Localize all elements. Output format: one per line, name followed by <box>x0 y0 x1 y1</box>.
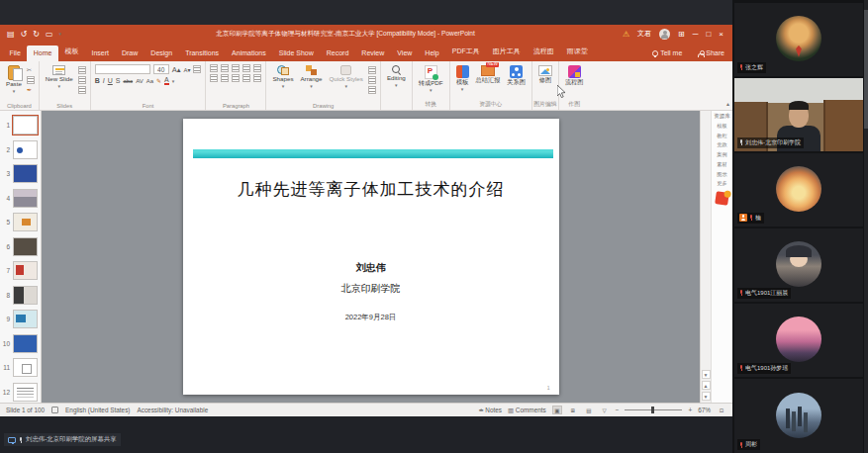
resource-item[interactable]: 更多 <box>717 180 726 186</box>
spellcheck-icon[interactable] <box>51 407 58 413</box>
slide-1[interactable]: 几种先进等离子体加工技术的介绍 刘忠伟 北京印刷学院 2022年9月28日 1 <box>183 119 559 395</box>
tell-me[interactable]: Tell me <box>644 45 690 61</box>
quick-styles-button[interactable]: Quick Styles ▾ <box>328 64 365 100</box>
slide-thumbnail-9[interactable] <box>13 310 38 328</box>
collapse-ribbon-icon[interactable]: ▴ <box>726 100 729 107</box>
tab-insert[interactable]: Insert <box>85 45 116 61</box>
decrease-indent-icon[interactable] <box>232 64 240 72</box>
font-color-button[interactable]: A <box>164 76 169 85</box>
canvas-scrollbar[interactable]: ▼ ▲ ▼ <box>700 111 711 403</box>
slide-thumbnail-5[interactable] <box>13 213 38 231</box>
fit-to-window-icon[interactable]: ⊡ <box>717 406 726 414</box>
resource-item[interactable]: 素材 <box>717 161 726 167</box>
participant-tile[interactable]: 刘忠伟-北京印刷学院 <box>734 78 863 151</box>
slide-author[interactable]: 刘忠伟 <box>183 261 559 275</box>
resource-item[interactable]: 党政 <box>717 141 726 147</box>
tab-pdf-tools[interactable]: PDF工具 <box>445 43 486 61</box>
retouch-button[interactable]: 修图 <box>536 64 554 100</box>
reset-icon[interactable] <box>78 76 86 84</box>
resource-item[interactable]: 教程 <box>717 133 726 138</box>
next-slide-icon[interactable]: ▼ <box>702 392 711 401</box>
slide-canvas[interactable]: 几种先进等离子体加工技术的介绍 刘忠伟 北京印刷学院 2022年9月28日 1 <box>42 111 700 403</box>
zoom-level[interactable]: 67% <box>698 407 711 413</box>
thumbnail-row[interactable]: 6 <box>1 237 41 256</box>
copy-icon[interactable] <box>27 76 35 84</box>
slide-sorter-icon[interactable]: ⊞ <box>568 406 578 414</box>
shrink-font-icon[interactable]: A▾ <box>183 66 190 73</box>
sidebar-scrollbar[interactable] <box>864 0 868 453</box>
template-button[interactable]: 模板 ▾ <box>454 64 471 100</box>
share-button[interactable]: Share <box>690 45 732 61</box>
report-button[interactable]: NEW 总结汇报 <box>474 64 503 100</box>
zoom-in-icon[interactable]: + <box>688 407 692 413</box>
thumbnail-row[interactable]: 2 <box>1 140 41 159</box>
underline-button[interactable]: U <box>108 77 113 84</box>
tab-picture-tools[interactable]: 图片工具 <box>486 43 527 61</box>
line-spacing-icon[interactable] <box>253 64 261 72</box>
thumbnail-row[interactable]: 11 <box>1 358 41 377</box>
tab-draw[interactable]: Draw <box>115 45 144 61</box>
tab-transitions[interactable]: Transitions <box>179 45 226 61</box>
comments-button[interactable]: ▥ Comments <box>508 407 546 414</box>
arrange-button[interactable]: Arrange ▾ <box>298 64 324 100</box>
tab-rain-classroom[interactable]: 雨课堂 <box>560 43 594 61</box>
convert-pdf-button[interactable]: 转成PDF ▾ <box>417 64 445 100</box>
tab-view[interactable]: View <box>391 45 419 61</box>
tab-animations[interactable]: Animations <box>226 45 273 61</box>
slide-thumbnail-11[interactable] <box>13 358 38 377</box>
clear-format-icon[interactable] <box>193 65 201 73</box>
relation-diagram-button[interactable]: 关系图 <box>505 64 528 100</box>
zoom-out-icon[interactable]: − <box>616 407 620 413</box>
thumbnail-row[interactable]: 10 <box>1 334 41 353</box>
tab-design[interactable]: Design <box>145 45 179 61</box>
tab-record[interactable]: Record <box>320 45 355 61</box>
thumbnail-row[interactable]: 1 <box>1 116 41 135</box>
slide-thumbnail-8[interactable] <box>13 286 38 305</box>
thumbnail-row[interactable]: 5 <box>1 213 41 231</box>
cut-icon[interactable]: ✂ <box>27 66 35 74</box>
tab-home[interactable]: Home <box>27 45 58 61</box>
normal-view-icon[interactable]: ▣ <box>552 406 562 414</box>
slide-thumbnail-7[interactable] <box>13 261 38 280</box>
language-status[interactable]: English (United States) <box>65 407 130 413</box>
slide-thumbnail-2[interactable] <box>13 140 38 159</box>
previous-slide-icon[interactable]: ▲ <box>702 381 711 390</box>
shape-effects-icon[interactable] <box>368 86 376 94</box>
thumbnail-row[interactable]: 9 <box>1 310 41 328</box>
thumbnail-row[interactable]: 7 <box>1 261 41 280</box>
reading-view-icon[interactable]: ▤ <box>584 406 594 414</box>
thumbnail-row[interactable]: 8 <box>1 286 41 305</box>
warning-icon[interactable]: ⚠ <box>623 30 629 39</box>
layout-icon[interactable] <box>78 66 86 74</box>
bold-button[interactable]: B <box>95 77 100 84</box>
tab-help[interactable]: Help <box>419 45 445 61</box>
align-right-icon[interactable] <box>232 74 240 82</box>
slideshow-view-icon[interactable]: ▽ <box>600 406 610 414</box>
participant-tile[interactable]: 周彬 <box>734 379 863 453</box>
save-icon[interactable]: ▤ <box>7 30 15 39</box>
format-painter-icon[interactable]: ✒ <box>27 86 35 94</box>
slide-organization[interactable]: 北京印刷学院 <box>183 282 559 296</box>
minimize-button[interactable]: ─ <box>693 30 699 39</box>
strikethrough-button[interactable]: abc <box>123 78 133 84</box>
align-left-icon[interactable] <box>210 74 218 82</box>
participant-tile[interactable]: 楠 <box>734 153 863 226</box>
thumbnail-row[interactable]: 4 <box>1 189 41 208</box>
participant-tile[interactable]: 张之辉 <box>734 3 863 76</box>
redo-icon[interactable]: ↻ <box>33 30 40 39</box>
close-button[interactable]: × <box>719 30 723 39</box>
align-center-icon[interactable] <box>221 74 229 82</box>
slide-thumbnail-panel[interactable]: 1 2 3 4 5 6 7 8 9 10 11 12 <box>0 111 42 403</box>
tab-muban[interactable]: 模板 <box>58 43 85 61</box>
participant-tile[interactable]: 电气1901江丽晨 <box>734 228 863 302</box>
resource-item[interactable]: 图示 <box>717 171 726 177</box>
scroll-down-icon[interactable]: ▼ <box>702 370 711 379</box>
highlight-button[interactable]: ✎ <box>156 77 161 84</box>
slide-thumbnail-3[interactable] <box>13 164 38 183</box>
resource-item[interactable]: 案例 <box>717 151 726 157</box>
qat-dropdown-icon[interactable]: ▾ <box>59 31 62 37</box>
editing-button[interactable]: Editing ▾ <box>385 64 408 100</box>
gift-icon[interactable] <box>715 191 729 206</box>
user-avatar[interactable] <box>659 29 670 40</box>
accessibility-status[interactable]: Accessibility: Unavailable <box>137 407 208 413</box>
